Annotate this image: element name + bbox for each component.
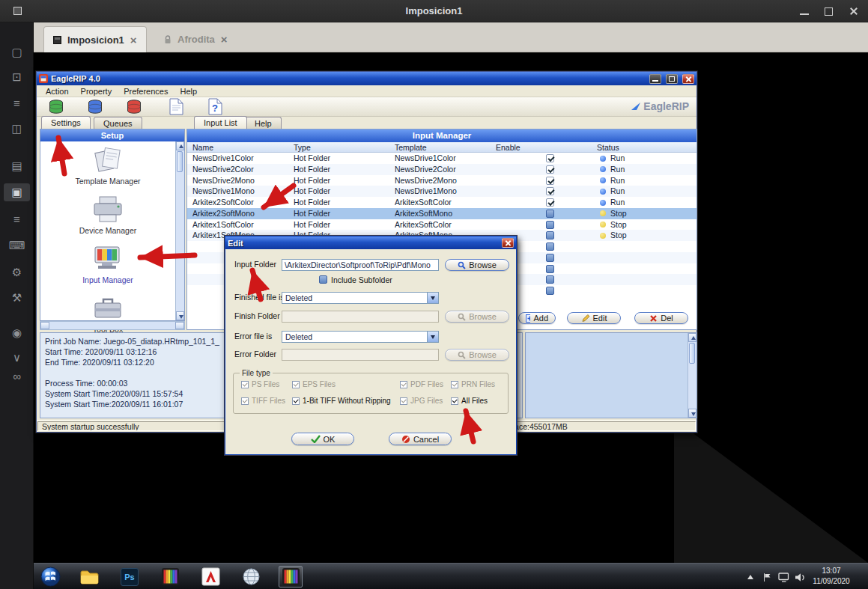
delete-input-database-icon[interactable]	[125, 98, 145, 116]
start-button[interactable]	[38, 566, 62, 588]
screenshot-tool-icon[interactable]: ▣	[4, 183, 30, 201]
minimize-button[interactable]	[649, 74, 661, 84]
enable-checkbox[interactable]	[546, 231, 554, 239]
dialog-titlebar[interactable]: Edit	[225, 236, 516, 249]
enable-checkbox[interactable]	[546, 198, 554, 207]
error-file-dropdown[interactable]: Deleted	[282, 331, 439, 343]
enable-checkbox[interactable]	[546, 242, 554, 251]
table-row[interactable]: Arkitex2SoftColorHot FolderArkitexSoftCo…	[187, 197, 696, 208]
table-row[interactable]: Arkitex1SoftColorHot FolderArkitexSoftCo…	[187, 219, 696, 231]
table-row[interactable]: NewsDrive2MonoHot FolderNewsDrive2MonoRu…	[187, 175, 696, 186]
enable-checkbox[interactable]	[546, 165, 554, 174]
browser-icon[interactable]	[239, 566, 263, 588]
menu-item-property[interactable]: Property	[75, 87, 118, 96]
table-row[interactable]: Arkitex2SoftMonoHot FolderArkitexSoftMon…	[187, 208, 696, 219]
tab-help[interactable]: Help	[245, 117, 282, 129]
scroll-left-icon[interactable]	[40, 322, 49, 329]
scroll-up-icon[interactable]	[688, 333, 696, 342]
enable-checkbox[interactable]	[546, 187, 554, 195]
input-folder-field[interactable]	[282, 259, 439, 271]
setup-item-input-manager[interactable]: Input Manager	[40, 243, 175, 284]
tab-close-icon[interactable]: ×	[130, 34, 137, 46]
enable-input-database-icon[interactable]	[86, 98, 106, 116]
taskbar-clock[interactable]: 13:07 11/09/2020	[807, 566, 856, 587]
tab-queues[interactable]: Queues	[94, 117, 142, 129]
explorer-icon[interactable]	[77, 566, 101, 588]
info-scrollbar[interactable]	[688, 333, 696, 418]
table-row[interactable]: NewsDrive1MonoHot FolderNewsDrive1MonoRu…	[187, 186, 696, 197]
filetype-1-bit-tiff-without-ripping[interactable]: 1-Bit TIFF Without Ripping	[292, 397, 391, 405]
close-button[interactable]	[682, 74, 694, 84]
eaglerip-taskbar-icon[interactable]	[279, 566, 303, 588]
fullscreen-icon[interactable]: ⊡	[0, 68, 34, 86]
tab-settings[interactable]: Settings	[41, 116, 91, 129]
menu-item-action[interactable]: Action	[40, 87, 75, 96]
display-icon[interactable]	[777, 571, 790, 583]
list-icon[interactable]: ≡	[0, 210, 34, 228]
colors-app-icon[interactable]	[158, 566, 182, 588]
photoshop-icon[interactable]: Ps	[118, 566, 142, 588]
checkbox-icon[interactable]	[451, 397, 458, 405]
record-icon[interactable]: ◉	[0, 324, 34, 342]
include-subfolder-checkbox[interactable]	[319, 275, 327, 284]
finished-file-dropdown[interactable]: Deleted	[282, 292, 439, 304]
table-row[interactable]: NewsDrive2ColorHot FolderNewsDrive2Color…	[187, 164, 696, 175]
settings-gear-icon[interactable]: ⚙	[0, 263, 34, 281]
enable-checkbox[interactable]	[546, 221, 554, 229]
scroll-thumb[interactable]	[177, 151, 183, 172]
enable-checkbox[interactable]	[546, 265, 554, 273]
tab-afrodita[interactable]: Afrodita ×	[155, 26, 237, 52]
filetype-all-files[interactable]: All Files	[451, 397, 488, 405]
keyboard-icon[interactable]: ⌨	[0, 236, 34, 254]
enable-checkbox[interactable]	[546, 177, 554, 185]
setup-item-device-manager[interactable]: Device Manager	[40, 194, 175, 235]
restore-button[interactable]	[822, 5, 835, 17]
enable-checkbox[interactable]	[546, 287, 554, 295]
chevron-down-icon[interactable]	[427, 293, 438, 303]
tab-imposicion1[interactable]: Imposicion1 ×	[43, 26, 147, 52]
edit-button[interactable]: Edit	[567, 312, 621, 324]
scroll-up-icon[interactable]	[176, 141, 184, 150]
scroll-thumb[interactable]	[689, 343, 695, 364]
chevron-down-icon[interactable]	[427, 332, 438, 342]
checkbox-icon[interactable]	[292, 397, 300, 405]
new-document-icon[interactable]	[169, 98, 188, 116]
cancel-button[interactable]: Cancel	[389, 433, 452, 445]
link-icon[interactable]: ∞	[0, 367, 34, 385]
add-button[interactable]: Add	[518, 312, 556, 324]
scroll-right-icon[interactable]	[175, 322, 184, 329]
menu-item-preferences[interactable]: Preferences	[118, 87, 174, 96]
flag-icon[interactable]	[760, 571, 774, 583]
enable-checkbox[interactable]	[546, 275, 554, 284]
tab-input-list[interactable]: Input List	[194, 116, 247, 129]
screenshot-region-icon[interactable]: ▢	[0, 43, 34, 61]
crop-icon[interactable]: ▤	[0, 157, 34, 175]
tools-wrench-icon[interactable]: ⚒	[0, 289, 34, 307]
help-document-icon[interactable]: ?	[207, 98, 227, 116]
chevron-down-icon[interactable]: ∨	[0, 349, 34, 367]
enable-checkbox[interactable]	[546, 254, 554, 262]
scroll-down-icon[interactable]	[176, 311, 184, 320]
volume-icon[interactable]	[793, 571, 807, 583]
menu-item-help[interactable]: Help	[174, 87, 203, 96]
add-input-database-icon[interactable]	[47, 98, 67, 116]
menu-lines-icon[interactable]: ≡	[0, 94, 34, 112]
pdf-reader-icon[interactable]	[198, 566, 222, 588]
panel-layout-icon[interactable]: ◫	[0, 120, 34, 138]
scroll-down-icon[interactable]	[688, 409, 696, 418]
dialog-close-button[interactable]	[502, 238, 514, 248]
delete-button[interactable]: Del	[634, 312, 688, 324]
table-row[interactable]: NewsDrive1ColorHot FolderNewsDrive1Color…	[187, 153, 696, 164]
ok-button[interactable]: OK	[291, 433, 354, 445]
maximize-button[interactable]	[666, 74, 678, 84]
enable-checkbox[interactable]	[546, 210, 554, 218]
tab-close-icon[interactable]: ×	[221, 33, 228, 46]
enable-checkbox[interactable]	[546, 154, 554, 162]
close-button[interactable]	[847, 5, 861, 17]
setup-scrollbar[interactable]	[175, 141, 184, 320]
eaglerip-titlebar[interactable]: EagleRIP 4.0	[37, 72, 696, 85]
browse-input-folder-button[interactable]: Browse	[445, 259, 509, 271]
setup-item-template-manager[interactable]: Template Manager	[40, 144, 175, 186]
minimize-button[interactable]	[798, 5, 811, 17]
setup-hscrollbar[interactable]	[40, 321, 185, 330]
